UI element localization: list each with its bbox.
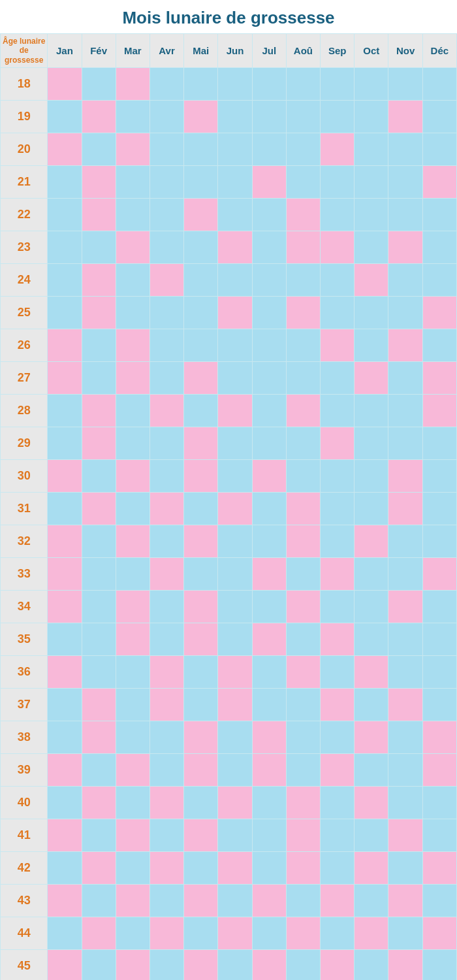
month-aou: Aoû bbox=[286, 34, 320, 68]
month-cell bbox=[422, 721, 456, 754]
month-cell bbox=[48, 852, 82, 885]
age-cell: 38 bbox=[1, 721, 48, 754]
month-cell bbox=[48, 166, 82, 199]
month-cell bbox=[252, 199, 286, 231]
age-header: Âge lunaire de grossesse bbox=[1, 34, 48, 68]
month-mai: Mai bbox=[184, 34, 218, 68]
month-cell bbox=[252, 721, 286, 754]
month-cell bbox=[150, 493, 183, 525]
month-cell bbox=[218, 852, 252, 885]
month-cell bbox=[388, 819, 422, 852]
month-cell bbox=[286, 558, 320, 591]
month-cell bbox=[218, 917, 252, 950]
table-row: 40 bbox=[1, 787, 457, 819]
month-cell bbox=[150, 525, 183, 558]
month-cell bbox=[388, 917, 422, 950]
month-cell bbox=[48, 362, 82, 395]
month-cell bbox=[116, 133, 150, 166]
month-cell bbox=[184, 525, 218, 558]
table-row: 30 bbox=[1, 460, 457, 493]
month-cell bbox=[422, 297, 456, 329]
month-cell bbox=[150, 166, 183, 199]
month-cell bbox=[184, 101, 218, 133]
age-cell: 32 bbox=[1, 525, 48, 558]
month-cell bbox=[321, 362, 355, 395]
month-cell bbox=[355, 297, 388, 329]
month-cell bbox=[321, 819, 355, 852]
month-cell bbox=[82, 297, 116, 329]
month-cell bbox=[321, 787, 355, 819]
month-cell bbox=[82, 329, 116, 362]
month-cell bbox=[286, 591, 320, 623]
month-cell bbox=[286, 231, 320, 264]
month-cell bbox=[321, 689, 355, 721]
table-row: 35 bbox=[1, 623, 457, 656]
month-cell bbox=[82, 787, 116, 819]
month-cell bbox=[422, 427, 456, 460]
month-cell bbox=[48, 493, 82, 525]
month-cell bbox=[422, 787, 456, 819]
month-cell bbox=[82, 427, 116, 460]
month-cell bbox=[150, 231, 183, 264]
month-cell bbox=[422, 133, 456, 166]
month-jul: Jul bbox=[252, 34, 286, 68]
month-cell bbox=[388, 852, 422, 885]
month-cell bbox=[218, 656, 252, 689]
month-cell bbox=[286, 460, 320, 493]
month-cell bbox=[184, 787, 218, 819]
month-cell bbox=[48, 460, 82, 493]
month-oct: Oct bbox=[355, 34, 388, 68]
age-cell: 43 bbox=[1, 885, 48, 917]
month-cell bbox=[82, 231, 116, 264]
month-cell bbox=[321, 493, 355, 525]
month-cell bbox=[116, 460, 150, 493]
month-cell bbox=[150, 427, 183, 460]
month-cell bbox=[321, 264, 355, 297]
month-cell bbox=[388, 264, 422, 297]
month-cell bbox=[252, 623, 286, 656]
month-cell bbox=[252, 493, 286, 525]
month-cell bbox=[422, 264, 456, 297]
month-cell bbox=[48, 101, 82, 133]
month-cell bbox=[116, 950, 150, 980]
month-cell bbox=[422, 852, 456, 885]
month-cell bbox=[321, 917, 355, 950]
month-cell bbox=[150, 591, 183, 623]
month-cell bbox=[116, 101, 150, 133]
month-cell bbox=[116, 362, 150, 395]
month-cell bbox=[388, 166, 422, 199]
month-cell bbox=[184, 166, 218, 199]
age-cell: 21 bbox=[1, 166, 48, 199]
month-cell bbox=[116, 885, 150, 917]
month-cell bbox=[252, 427, 286, 460]
age-cell: 18 bbox=[1, 68, 48, 101]
table-row: 29 bbox=[1, 427, 457, 460]
month-cell bbox=[422, 885, 456, 917]
month-cell bbox=[184, 362, 218, 395]
month-cell bbox=[286, 852, 320, 885]
month-cell bbox=[218, 623, 252, 656]
table-row: 18 bbox=[1, 68, 457, 101]
month-cell bbox=[321, 427, 355, 460]
month-cell bbox=[252, 362, 286, 395]
month-cell bbox=[286, 297, 320, 329]
age-cell: 19 bbox=[1, 101, 48, 133]
month-cell bbox=[321, 395, 355, 427]
month-cell bbox=[286, 395, 320, 427]
table-row: 19 bbox=[1, 101, 457, 133]
month-cell bbox=[48, 885, 82, 917]
main-title: Mois lunaire de grossesse bbox=[0, 0, 457, 33]
month-cell bbox=[218, 885, 252, 917]
month-cell bbox=[321, 297, 355, 329]
month-cell bbox=[355, 917, 388, 950]
month-cell bbox=[388, 460, 422, 493]
month-cell bbox=[422, 329, 456, 362]
month-cell bbox=[82, 852, 116, 885]
month-cell bbox=[422, 558, 456, 591]
age-cell: 40 bbox=[1, 787, 48, 819]
month-sep: Sep bbox=[321, 34, 355, 68]
month-cell bbox=[116, 689, 150, 721]
month-cell bbox=[388, 591, 422, 623]
month-cell bbox=[388, 68, 422, 101]
month-cell bbox=[116, 329, 150, 362]
